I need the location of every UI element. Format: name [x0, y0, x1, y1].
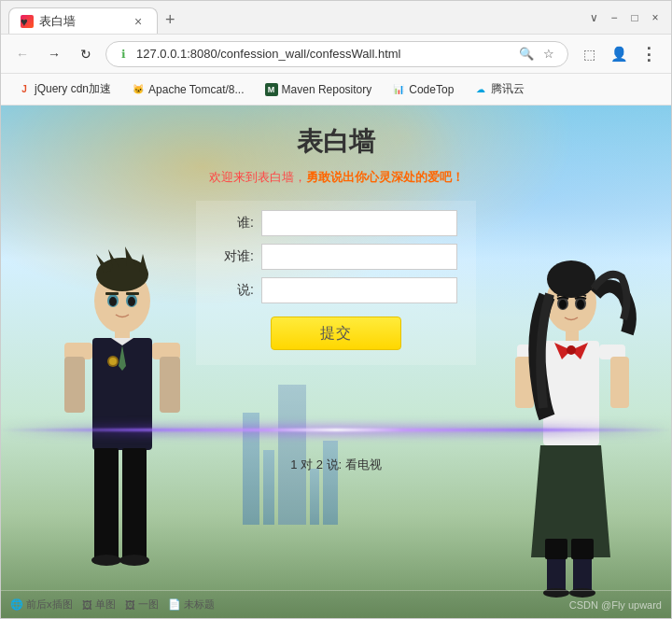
bottom-toolbar: 🌐 前后x插图 🖼 单图 🖼 一图 📄 未标题: [1, 590, 671, 618]
window-controls: ∨ − □ ×: [585, 9, 664, 26]
forward-button[interactable]: →: [42, 42, 66, 66]
svg-rect-23: [126, 292, 139, 295]
maven-label: Maven Repository: [282, 83, 372, 96]
building-3: [278, 385, 306, 525]
svg-point-20: [109, 297, 117, 306]
to-who-label: 对谁:: [215, 248, 254, 265]
who-input[interactable]: [261, 210, 457, 236]
bookmark-tencent[interactable]: ☁ 腾讯云: [467, 78, 532, 100]
url-action-icons: 🔍 ☆: [517, 45, 558, 63]
svg-point-5: [91, 555, 121, 566]
svg-point-13: [96, 258, 148, 291]
building-5: [323, 441, 338, 525]
svg-rect-33: [545, 539, 567, 559]
restore-button[interactable]: −: [606, 9, 623, 26]
codetop-favicon: 📊: [392, 83, 405, 96]
building-2: [263, 450, 274, 525]
bottom-item-3[interactable]: 🖼 一图: [125, 598, 159, 612]
bottom-item-1[interactable]: 🌐 前后x插图: [10, 598, 73, 612]
bottom-label-1: 前后x插图: [26, 598, 73, 612]
svg-point-47: [577, 300, 584, 309]
bottom-icon-4: 📄: [168, 598, 181, 611]
bookmark-maven[interactable]: M Maven Repository: [258, 80, 380, 99]
page-title: 表白墙: [297, 124, 375, 160]
tomcat-favicon: 🐱: [132, 83, 145, 96]
address-bar: ← → ↻ ℹ 127.0.0.1:8080/confession_wall/c…: [1, 35, 671, 74]
svg-rect-22: [105, 292, 119, 295]
svg-rect-31: [547, 556, 566, 593]
who-row: 谁:: [215, 210, 457, 236]
svg-marker-16: [125, 246, 136, 266]
say-label: 说:: [215, 282, 254, 299]
menu-icon[interactable]: ⋮: [636, 41, 662, 67]
title-bar: ♥ 表白墙 × + ∨ − □ ×: [1, 1, 671, 35]
bottom-icon-3: 🖼: [125, 599, 135, 611]
cast-icon[interactable]: ⬚: [576, 41, 602, 67]
confession-record: 1 对 2 说: 看电视: [290, 457, 382, 473]
bottom-item-4[interactable]: 📄 未标题: [168, 598, 215, 612]
url-bar[interactable]: ℹ 127.0.0.1:8080/confession_wall/confess…: [105, 41, 568, 67]
bottom-icon-1: 🌐: [10, 598, 23, 611]
bookmarks-bar: J jQuery cdn加速 🐱 Apache Tomcat/8... M Ma…: [1, 74, 671, 106]
back-button[interactable]: ←: [10, 42, 35, 66]
svg-rect-34: [571, 539, 594, 559]
maven-favicon: M: [265, 83, 278, 96]
secure-icon: ℹ: [116, 47, 131, 62]
search-url-icon[interactable]: 🔍: [517, 45, 536, 63]
page-content: 表白墙 欢迎来到表白墙，勇敢说出你心灵深处的爱吧！ 谁: 对谁: 说: 提交: [1, 106, 671, 618]
character-right: [489, 221, 652, 609]
tab-favicon-icon: ♥: [21, 15, 34, 28]
svg-point-25: [109, 358, 117, 365]
tab-close-button[interactable]: ×: [131, 14, 146, 29]
bottom-icon-2: 🖼: [82, 599, 92, 611]
toolbar-right: ⬚ 👤 ⋮: [576, 41, 662, 67]
svg-rect-3: [94, 448, 119, 560]
svg-marker-26: [531, 445, 610, 557]
building-4: [310, 469, 319, 525]
say-row: 说:: [215, 277, 457, 303]
svg-point-43: [547, 260, 595, 298]
svg-point-21: [128, 297, 135, 306]
confession-form: 谁: 对谁: 说: 提交: [196, 201, 476, 365]
reload-button[interactable]: ↻: [74, 42, 98, 66]
codetop-label: CodeTop: [409, 83, 454, 96]
light-beam: [1, 429, 671, 431]
close-button[interactable]: ×: [647, 9, 664, 26]
bottom-label-4: 未标题: [184, 598, 215, 612]
bookmark-tomcat[interactable]: 🐱 Apache Tomcat/8...: [124, 80, 252, 99]
to-who-row: 对谁:: [215, 244, 457, 270]
tab-area: ♥ 表白墙 × +: [8, 1, 572, 34]
browser-window: ♥ 表白墙 × + ∨ − □ × ← → ↻ ℹ 127.0.0.1:8080…: [0, 0, 672, 619]
central-panel: 表白墙 欢迎来到表白墙，勇敢说出你心灵深处的爱吧！ 谁: 对谁: 说: 提交: [177, 106, 495, 365]
bookmark-star-icon[interactable]: ☆: [539, 45, 558, 63]
bookmark-jquery[interactable]: J jQuery cdn加速: [10, 78, 119, 100]
url-text: 127.0.0.1:8080/confession_wall/confessWa…: [136, 47, 511, 61]
to-who-input[interactable]: [261, 244, 457, 270]
submit-button[interactable]: 提交: [271, 317, 401, 350]
welcome-highlight: 勇敢说出你心灵深处的爱吧！: [306, 170, 464, 184]
welcome-message: 欢迎来到表白墙，勇敢说出你心灵深处的爱吧！: [209, 169, 464, 186]
svg-rect-4: [122, 448, 147, 560]
bookmark-codetop[interactable]: 📊 CodeTop: [385, 80, 461, 99]
tencent-favicon: ☁: [474, 83, 487, 96]
who-label: 谁:: [215, 215, 254, 232]
maximize-button[interactable]: □: [626, 9, 643, 26]
active-tab[interactable]: ♥ 表白墙 ×: [8, 7, 158, 34]
svg-rect-38: [610, 357, 629, 408]
svg-point-6: [119, 555, 149, 566]
jquery-label: jQuery cdn加速: [35, 81, 111, 97]
tencent-label: 腾讯云: [491, 81, 525, 97]
bottom-label-2: 单图: [95, 598, 116, 612]
jquery-favicon: J: [18, 83, 31, 96]
minimize-button[interactable]: ∨: [585, 9, 602, 26]
buildings-background: [243, 385, 429, 525]
new-tab-button[interactable]: +: [158, 10, 183, 30]
svg-point-46: [559, 300, 567, 309]
bottom-item-2[interactable]: 🖼 单图: [82, 598, 116, 612]
user-icon[interactable]: 👤: [606, 41, 632, 67]
svg-rect-8: [64, 357, 85, 413]
tab-title: 表白墙: [39, 13, 76, 30]
say-input[interactable]: [261, 277, 457, 303]
svg-point-30: [567, 345, 576, 355]
bottom-label-3: 一图: [138, 598, 159, 612]
